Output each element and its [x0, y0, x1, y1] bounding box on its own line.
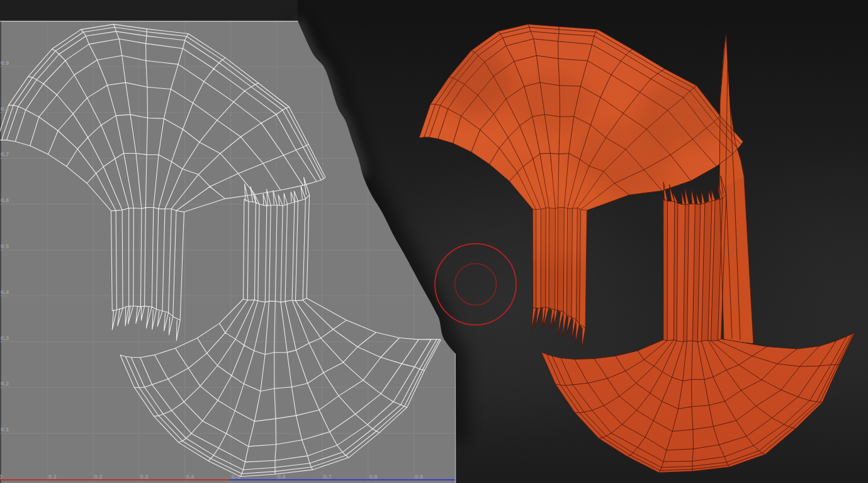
svg-text:0.6: 0.6: [278, 473, 286, 480]
svg-text:0.4: 0.4: [1, 288, 9, 295]
svg-text:0.4: 0.4: [186, 473, 194, 480]
svg-text:0.9: 0.9: [1, 59, 9, 66]
svg-text:0: 0: [0, 473, 3, 480]
svg-text:0.9: 0.9: [415, 473, 423, 480]
svg-text:0.6: 0.6: [1, 196, 9, 203]
svg-text:0.8: 0.8: [369, 473, 377, 480]
svg-text:0.1: 0.1: [1, 426, 9, 433]
svg-text:0.5: 0.5: [232, 473, 240, 480]
svg-text:0.7: 0.7: [1, 151, 9, 157]
svg-text:0.5: 0.5: [1, 242, 9, 249]
svg-text:0.8: 0.8: [1, 105, 9, 112]
svg-text:0.3: 0.3: [140, 473, 148, 480]
svg-text:0.1: 0.1: [48, 473, 57, 480]
svg-text:0.3: 0.3: [1, 334, 9, 341]
svg-text:0.2: 0.2: [94, 473, 103, 480]
svg-text:0.2: 0.2: [1, 380, 9, 387]
svg-text:0.7: 0.7: [324, 473, 332, 480]
